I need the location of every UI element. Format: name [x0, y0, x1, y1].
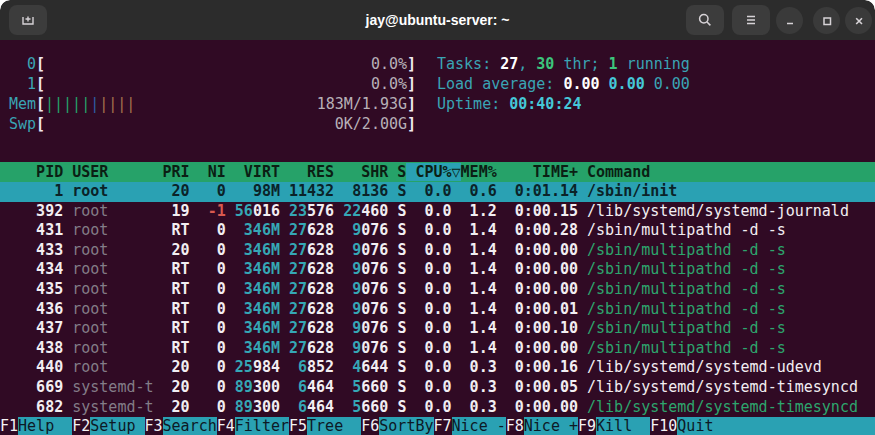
cell-pri: RT	[163, 260, 190, 278]
column-header-cmd[interactable]: Command	[578, 163, 650, 181]
cell-ni: 0	[217, 300, 226, 318]
menu-button[interactable]	[732, 5, 770, 35]
process-row-669[interactable]: 669 systemd-t 20 0 89300 6464 5660 S 0.0…	[0, 378, 875, 398]
column-header-shr[interactable]: SHR	[334, 163, 388, 181]
fkey-f1[interactable]: F1Help	[0, 417, 72, 435]
cell-shr: 9	[352, 300, 361, 318]
cell-res: 628	[307, 241, 334, 259]
meter-label: 1	[8, 74, 36, 94]
process-row-431[interactable]: 431 root RT 0 346M 27628 9076 S 0.0 1.4 …	[0, 221, 875, 241]
meter-label: Swp	[8, 114, 36, 134]
fkey-number: F2	[72, 417, 90, 435]
cell-virt: 25	[235, 358, 253, 376]
column-header-pid[interactable]: PID	[0, 163, 63, 181]
fkey-f6[interactable]: F6SortBy	[361, 417, 433, 435]
meter-mem: Mem[||||||||||183M/1.93G]	[8, 94, 416, 114]
cell-virt: 984	[253, 358, 280, 376]
cell-pid: 682	[0, 398, 63, 416]
meter-value: 0.0%	[371, 74, 407, 94]
process-row-392[interactable]: 392 root 19 -1 56016 23576 22460 S 0.0 1…	[0, 202, 875, 222]
column-header-cpu[interactable]: CPU%▽	[406, 163, 460, 181]
search-button[interactable]	[686, 5, 724, 35]
cell-virt: 346M	[244, 280, 280, 298]
minimize-button[interactable]	[776, 7, 803, 34]
column-header-mem[interactable]: MEM%	[461, 163, 497, 181]
cell-pri: 20	[163, 241, 190, 259]
cell-shr: 9	[352, 280, 361, 298]
column-header-ni[interactable]: NI	[190, 163, 226, 181]
cell-res: 27	[289, 339, 307, 357]
cell-res: 6	[298, 398, 307, 416]
fkey-f8[interactable]: F8Nice +	[506, 417, 578, 435]
terminal-viewport[interactable]: 0[0.0%]1[0.0%]Mem[||||||||||183M/1.93G]S…	[0, 40, 875, 435]
fkey-f7[interactable]: F7Nice -	[434, 417, 506, 435]
fkey-f5[interactable]: F5Tree	[289, 417, 361, 435]
cell-res: 464	[307, 378, 334, 396]
process-row-1[interactable]: 1 root 20 0 98M 11432 8136 S 0.0 0.6 0:0…	[0, 182, 875, 202]
cell-virt: 56	[235, 202, 253, 220]
fkey-f3[interactable]: F3Search	[145, 417, 217, 435]
close-button[interactable]	[845, 7, 872, 34]
maximize-icon	[820, 14, 834, 28]
cell-mem: 1.4	[461, 339, 497, 357]
process-row-440[interactable]: 440 root 20 0 25984 6852 4644 S 0.0 0.3 …	[0, 358, 875, 378]
process-row-437[interactable]: 437 root RT 0 346M 27628 9076 S 0.0 1.4 …	[0, 319, 875, 339]
cell-pri: RT	[163, 300, 190, 318]
process-row-682[interactable]: 682 systemd-t 20 0 89300 6464 5660 S 0.0…	[0, 398, 875, 418]
cell-shr: 9	[352, 221, 361, 239]
cell-shr: 660	[361, 378, 388, 396]
process-row-434[interactable]: 434 root RT 0 346M 27628 9076 S 0.0 1.4 …	[0, 260, 875, 280]
cell-virt: 346M	[244, 221, 280, 239]
maximize-button[interactable]	[813, 7, 840, 34]
process-row-436[interactable]: 436 root RT 0 346M 27628 9076 S 0.0 1.4 …	[0, 300, 875, 320]
cell-shr: 5	[352, 398, 361, 416]
meter-label: Mem	[8, 94, 36, 114]
cell-shr: 22	[343, 202, 361, 220]
meter-swp: Swp[0K/2.00G]	[8, 114, 416, 134]
fkey-label: Kill	[596, 417, 650, 435]
cell-pid: 1	[0, 182, 63, 200]
cell-shr: 076	[361, 260, 388, 278]
cell-res: 27	[289, 221, 307, 239]
cell-mem: 0.3	[461, 358, 497, 376]
fkey-number: F9	[578, 417, 596, 435]
meter-label: 0	[8, 54, 36, 74]
cell-time: 0:00.01	[506, 300, 578, 318]
column-header-s[interactable]: S	[388, 163, 406, 181]
titlebar[interactable]: jay@ubuntu-server: ~	[0, 0, 875, 40]
cell-virt: 346M	[244, 339, 280, 357]
cell-pri: 20	[163, 358, 190, 376]
fkey-label: Quit	[677, 417, 731, 435]
fkey-number: F8	[506, 417, 524, 435]
cell-cmd: /sbin/multipathd -d -s	[587, 221, 786, 239]
column-header-pri[interactable]: PRI	[154, 163, 190, 181]
process-row-438[interactable]: 438 root RT 0 346M 27628 9076 S 0.0 1.4 …	[0, 339, 875, 359]
cell-time: 0:00.28	[506, 221, 578, 239]
column-header-virt[interactable]: VIRT	[226, 163, 280, 181]
fkey-f2[interactable]: F2Setup	[72, 417, 144, 435]
fkey-number: F1	[0, 417, 18, 435]
meter-0: 0[0.0%]	[8, 54, 416, 74]
fkey-f10[interactable]: F10Quit	[650, 417, 731, 435]
cell-virt: 346M	[244, 300, 280, 318]
cell-virt: 300	[253, 398, 280, 416]
cell-pri: RT	[163, 280, 190, 298]
fkey-f4[interactable]: F4Filter	[217, 417, 289, 435]
column-header-user[interactable]: USER	[63, 163, 153, 181]
cell-user: root	[72, 319, 153, 337]
column-header-res[interactable]: RES	[280, 163, 334, 181]
cell-pri: 20	[163, 378, 190, 396]
process-table: PID USER PRI NI VIRT RES SHR S CPU%▽MEM%…	[0, 162, 875, 417]
fkey-number: F7	[434, 417, 452, 435]
summary-uptime: Uptime: 00:40:24	[437, 94, 690, 114]
column-header-time[interactable]: TIME+	[497, 163, 578, 181]
cell-mem: 0.3	[461, 378, 497, 396]
cell-ni: 0	[217, 378, 226, 396]
fkey-f9[interactable]: F9Kill	[578, 417, 650, 435]
cell-res: 628	[307, 319, 334, 337]
process-row-433[interactable]: 433 root 20 0 346M 27628 9076 S 0.0 1.4 …	[0, 241, 875, 261]
cell-time: 0:00.00	[506, 280, 578, 298]
cell-pri: RT	[163, 319, 190, 337]
process-row-435[interactable]: 435 root RT 0 346M 27628 9076 S 0.0 1.4 …	[0, 280, 875, 300]
cell-pid: 392	[0, 202, 63, 220]
